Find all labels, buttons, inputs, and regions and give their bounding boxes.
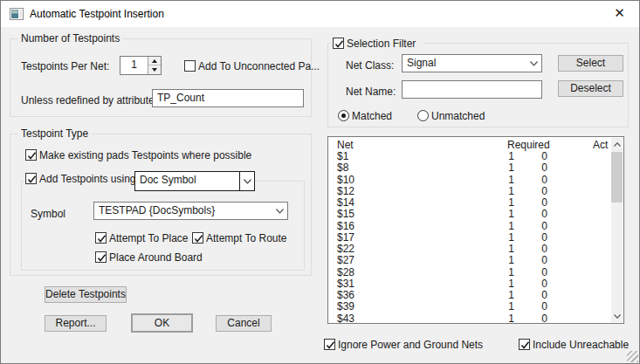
chevron-down-icon <box>526 55 541 72</box>
testpoints-per-net-value: 1 <box>120 57 148 74</box>
table-row[interactable]: $2210 <box>328 244 611 255</box>
chevron-down-icon <box>239 172 254 190</box>
required-cell: 1 <box>492 313 514 324</box>
table-row[interactable]: $4310 <box>328 313 611 324</box>
ok-button[interactable]: OK <box>131 313 193 333</box>
table-row[interactable]: $3110 <box>328 278 611 290</box>
add-testpoints-using-checkbox[interactable] <box>25 173 37 184</box>
report-button[interactable]: Report... <box>45 315 107 332</box>
matched-radio[interactable] <box>338 110 349 121</box>
symbol-value: TESTPAD {DocSymbols} <box>99 204 215 216</box>
column-header-required[interactable]: Required <box>507 140 550 151</box>
table-row[interactable]: $1210 <box>328 186 611 197</box>
table-row[interactable]: $1010 <box>328 175 611 186</box>
group-label: Number of Testpoints <box>17 32 123 45</box>
scrollbar-thumb[interactable] <box>611 152 623 203</box>
actual-cell: 0 <box>526 301 547 312</box>
testpoints-per-net-label: Testpoints Per Net: <box>21 60 109 72</box>
scroll-down-icon[interactable] <box>611 310 623 322</box>
table-row[interactable]: $1710 <box>328 232 611 244</box>
net-cell: $43 <box>337 313 354 324</box>
required-cell: 1 <box>492 151 514 162</box>
spinner-up-icon[interactable] <box>148 57 161 65</box>
net-cell: $8 <box>337 162 348 174</box>
attempt-to-route-checkbox[interactable] <box>192 232 203 244</box>
table-row[interactable]: $1610 <box>328 221 611 232</box>
table-row[interactable]: $2810 <box>328 267 611 278</box>
include-unreachable-label: Include Unreachable <box>533 339 629 351</box>
net-cell: $1 <box>337 151 348 162</box>
attempt-to-place-label: Attempt To Place <box>109 232 189 244</box>
cancel-button[interactable]: Cancel <box>216 315 272 332</box>
net-cell: $14 <box>337 197 354 209</box>
delete-testpoints-button[interactable]: Delete Testpoints <box>45 286 127 303</box>
spinner-down-icon[interactable] <box>148 65 161 74</box>
attribute-field[interactable]: TP_Count <box>152 89 304 107</box>
net-cell: $31 <box>337 278 354 290</box>
actual-cell: 0 <box>526 290 547 301</box>
deselect-button[interactable]: Deselect <box>558 80 623 97</box>
add-to-unconnected-checkbox[interactable] <box>184 60 196 72</box>
required-cell: 1 <box>492 244 514 255</box>
actual-cell: 0 <box>526 313 547 324</box>
table-row[interactable]: $110 <box>328 151 611 162</box>
actual-cell: 0 <box>526 267 547 278</box>
make-existing-pads-checkbox[interactable] <box>25 149 37 161</box>
ignore-power-ground-checkbox[interactable] <box>324 339 335 350</box>
actual-cell: 0 <box>526 162 547 174</box>
table-row[interactable]: $2710 <box>328 255 611 266</box>
ignore-power-ground-label: Ignore Power and Ground Nets <box>338 339 483 351</box>
unmatched-label: Unmatched <box>431 110 485 122</box>
unmatched-radio[interactable] <box>417 110 429 121</box>
net-class-value: Signal <box>407 57 436 69</box>
testpoint-kind-dropdown[interactable]: Doc Symbol <box>134 171 255 191</box>
required-cell: 1 <box>492 221 514 232</box>
testpoints-per-net-stepper[interactable]: 1 <box>120 56 162 75</box>
net-cell: $10 <box>337 175 354 186</box>
vertical-scrollbar[interactable] <box>611 138 623 322</box>
table-row[interactable]: $810 <box>328 162 611 174</box>
place-around-board-checkbox[interactable] <box>95 251 107 263</box>
column-header-actual[interactable]: Act <box>593 140 608 151</box>
net-class-dropdown[interactable]: Signal <box>402 54 542 72</box>
include-unreachable-checkbox[interactable] <box>519 339 530 350</box>
window-title: Automatic Testpoint Insertion <box>30 1 164 27</box>
resize-grip[interactable] <box>627 351 638 362</box>
close-button[interactable]: ✕ <box>600 1 639 27</box>
selection-filter-label: Selection Filter <box>347 38 416 50</box>
select-button[interactable]: Select <box>558 55 623 72</box>
unless-redefined-label: Unless redefined by attribute: <box>21 94 157 106</box>
selection-filter-checkbox[interactable] <box>333 38 344 49</box>
testpoint-kind-value: Doc Symbol <box>140 174 196 186</box>
required-cell: 1 <box>492 267 514 278</box>
column-header-net[interactable]: Net <box>337 140 354 151</box>
automatic-testpoint-insertion-dialog: Automatic Testpoint Insertion ✕ Number o… <box>0 0 640 364</box>
add-testpoints-using-label: Add Testpoints using <box>39 173 136 185</box>
titlebar: Automatic Testpoint Insertion ✕ <box>1 1 639 27</box>
symbol-label: Symbol <box>31 208 65 220</box>
net-cell: $22 <box>337 244 354 255</box>
table-row[interactable]: $1410 <box>328 197 611 209</box>
table-row[interactable]: $3910 <box>328 301 611 312</box>
group-label: Testpoint Type <box>17 127 92 140</box>
attempt-to-place-checkbox[interactable] <box>95 232 107 244</box>
actual-cell: 0 <box>526 197 547 209</box>
required-cell: 1 <box>492 255 514 266</box>
net-name-label: Net Name: <box>346 86 396 98</box>
scroll-up-icon[interactable] <box>611 138 623 150</box>
chevron-down-icon <box>272 203 287 219</box>
required-cell: 1 <box>492 186 514 197</box>
make-existing-pads-label: Make existing pads Testpoints where poss… <box>39 149 251 161</box>
actual-cell: 0 <box>526 209 547 220</box>
net-name-field[interactable] <box>402 80 542 99</box>
table-row[interactable]: $3610 <box>328 290 611 301</box>
required-cell: 1 <box>492 290 514 301</box>
net-table-rows: $110$810$1010$1210$1410$1510$1610$1710$2… <box>328 151 611 323</box>
spinner-buttons <box>148 57 161 74</box>
actual-cell: 0 <box>526 255 547 266</box>
symbol-dropdown[interactable]: TESTPAD {DocSymbols} <box>93 202 288 220</box>
table-row[interactable]: $1510 <box>328 209 611 220</box>
required-cell: 1 <box>492 278 514 290</box>
actual-cell: 0 <box>526 151 547 162</box>
net-list[interactable]: Net Required Act $110$810$1010$1210$1410… <box>327 136 624 324</box>
